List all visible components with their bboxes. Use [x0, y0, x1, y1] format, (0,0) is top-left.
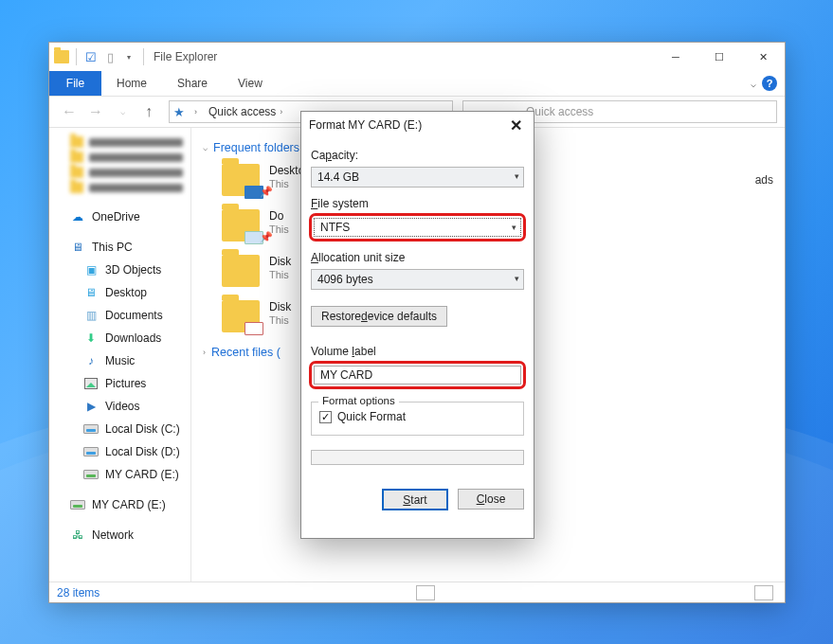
sidebar-onedrive[interactable]: ☁OneDrive [49, 206, 190, 228]
folder-icon [53, 48, 70, 65]
capacity-label: Capacity: [311, 149, 524, 162]
close-button[interactable]: Close [458, 489, 524, 510]
music-icon: ♪ [83, 353, 99, 368]
dialog-title-bar: Format MY CARD (E:) ✕ [301, 112, 534, 138]
large-icons-view-button[interactable] [754, 585, 773, 600]
navigation-pane: ☁OneDrive 🖥This PC ▣3D Objects 🖥Desktop … [49, 128, 191, 581]
drive-icon [83, 444, 99, 459]
chevron-down-icon: ▾ [512, 223, 516, 232]
sidebar-pictures[interactable]: Pictures [49, 372, 190, 395]
network-icon: 🖧 [70, 528, 85, 543]
ribbon-tabs: File Home Share View ⌵ ? [49, 71, 785, 96]
item-count: 28 items [57, 586, 100, 599]
back-button[interactable]: ← [57, 99, 81, 124]
sidebar-documents[interactable]: ▥Documents [49, 304, 190, 327]
onedrive-icon: ☁ [70, 209, 85, 224]
forward-button[interactable]: → [83, 99, 108, 124]
maximize-button[interactable]: ☐ [697, 43, 741, 71]
chevron-right-icon: › [203, 348, 206, 357]
ribbon-expand-icon[interactable]: ⌵ [751, 79, 756, 89]
breadcrumb-quick-access[interactable]: Quick access › [203, 105, 288, 118]
volume-label-input[interactable]: MY CARD [314, 366, 521, 385]
chevron-down-icon: ▾ [515, 274, 519, 283]
quick-access-icon: ★ [170, 105, 189, 119]
tab-home[interactable]: Home [101, 71, 162, 96]
usb-drive-icon [83, 467, 99, 482]
checkbox-icon: ✓ [319, 411, 332, 423]
desktop-icon: 🖥 [83, 285, 99, 300]
volume-label-label: Volume label [311, 345, 524, 358]
title-bar: ☑ ▯ ▾ File Explorer ─ ☐ ✕ [49, 43, 785, 71]
window-title: File Explorer [154, 50, 217, 63]
sidebar-my-card-e[interactable]: MY CARD (E:) [49, 463, 190, 486]
sidebar-3d-objects[interactable]: ▣3D Objects [49, 259, 190, 281]
up-button[interactable]: ↑ [136, 99, 161, 124]
tab-share[interactable]: Share [162, 71, 223, 96]
allocation-select[interactable]: 4096 bytes▾ [311, 269, 524, 290]
qat-dropdown-icon[interactable]: ▾ [120, 48, 137, 65]
cube-icon: ▣ [83, 262, 99, 277]
quick-format-checkbox[interactable]: ✓ Quick Format [319, 410, 516, 423]
minimize-button[interactable]: ─ [654, 43, 697, 71]
sidebar-local-disk-d[interactable]: Local Disk (D:) [49, 440, 190, 463]
format-dialog: Format MY CARD (E:) ✕ Capacity: 14.4 GB▾… [300, 111, 534, 539]
details-view-button[interactable] [416, 585, 435, 600]
sidebar-music[interactable]: ♪Music [49, 349, 190, 372]
usb-drive-icon [70, 497, 85, 512]
file-tab[interactable]: File [49, 71, 101, 96]
recent-locations-icon[interactable]: ⌵ [110, 99, 135, 124]
documents-icon: ▥ [83, 308, 99, 323]
videos-icon: ▶ [83, 399, 99, 414]
start-button[interactable]: Start [382, 489, 448, 510]
help-icon[interactable]: ? [762, 76, 777, 91]
status-bar: 28 items [49, 581, 785, 602]
tab-view[interactable]: View [223, 71, 278, 96]
qat-doc-icon[interactable]: ▯ [101, 48, 118, 65]
pin-icon: 📌 [260, 186, 273, 198]
dialog-title: Format MY CARD (E:) [309, 118, 422, 132]
highlight-filesystem: NTFS▾ [309, 213, 526, 242]
sidebar-desktop[interactable]: 🖥Desktop [49, 281, 190, 304]
chevron-down-icon: ▾ [515, 171, 519, 181]
allocation-label: Allocation unit size [311, 251, 524, 264]
filesystem-label: File system [311, 197, 524, 210]
sidebar-network[interactable]: 🖧Network [49, 524, 190, 546]
restore-defaults-button[interactable]: Restore device defaults [311, 306, 447, 327]
progress-bar [311, 450, 524, 465]
highlight-volume-label: MY CARD [309, 361, 526, 389]
sidebar-my-card-root[interactable]: MY CARD (E:) [49, 493, 190, 516]
chevron-down-icon: ⌵ [203, 143, 208, 152]
dialog-close-button[interactable]: ✕ [506, 116, 526, 134]
pc-icon: 🖥 [70, 240, 85, 255]
pictures-icon [83, 376, 99, 391]
behind-dialog-text: ads [755, 173, 773, 187]
filesystem-select[interactable]: NTFS▾ [314, 218, 521, 237]
sidebar-downloads[interactable]: ⬇Downloads [49, 327, 190, 349]
format-options-legend: Format options [318, 395, 399, 406]
qat-checkbox-icon[interactable]: ☑ [82, 48, 100, 65]
capacity-select[interactable]: 14.4 GB▾ [311, 167, 524, 188]
close-button[interactable]: ✕ [741, 43, 785, 71]
pin-icon: 📌 [260, 231, 273, 243]
sidebar-this-pc[interactable]: 🖥This PC [49, 236, 190, 259]
drive-icon [83, 421, 99, 437]
sidebar-local-disk-c[interactable]: Local Disk (C:) [49, 418, 190, 440]
downloads-icon: ⬇ [83, 331, 99, 346]
sidebar-videos[interactable]: ▶Videos [49, 395, 190, 418]
